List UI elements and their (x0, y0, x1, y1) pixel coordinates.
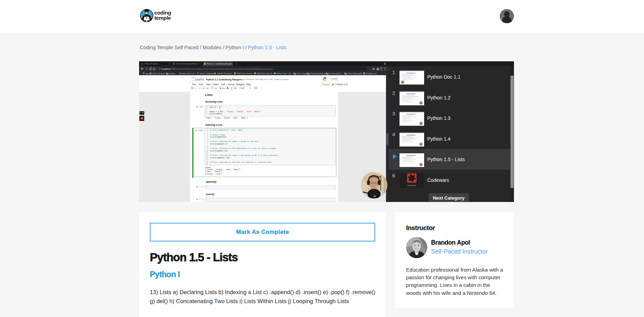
svg-text:Documents/selfpaced/Python/: Documents/selfpaced/Python/ (176, 63, 199, 65)
svg-text:w: w (141, 63, 143, 65)
svg-text:localhost: localhost (162, 68, 171, 70)
svg-text:Other Bookmarks: Other Bookmarks (348, 72, 362, 74)
svg-text:Python Functions: Python Functions (145, 63, 159, 65)
svg-text:Brandon Apol | Co...: Brandon Apol | Co... (179, 72, 196, 74)
svg-text:Reading List: Reading List (366, 72, 377, 74)
svg-text::8888/notebooks/Documents/codi: :8888/notebooks/Documents/coding-temple-… (171, 68, 273, 70)
svg-text:Jamz things: Jamz things (297, 72, 307, 74)
svg-text:Continued Ed: Continued Ed (329, 72, 341, 74)
svg-text:Widgets: Widgets (236, 83, 245, 86)
svg-text:Trusted: Trusted (323, 83, 329, 86)
svg-text:AWS User Accoun...: AWS User Accoun... (237, 72, 254, 74)
svg-text:Home | Codewars: Home | Codewars (200, 72, 215, 74)
svg-text:Coding: Coding (169, 72, 175, 74)
svg-text:Cell: Cell (221, 83, 225, 86)
svg-text:Python Tutor - Vis...: Python Tutor - Vis... (276, 72, 293, 74)
svg-text:⧉: ⧉ (207, 87, 209, 89)
svg-text:Run: Run (222, 87, 225, 89)
svg-text:✕: ✕ (230, 63, 232, 65)
svg-text:Code: Code (240, 87, 245, 89)
svg-text:jupyter: jupyter (195, 77, 204, 81)
svg-text:Python 1.1 CodeAlong Rangers: Python 1.1 CodeAlong Rangers (207, 63, 232, 65)
svg-text:✕: ✕ (169, 63, 170, 65)
svg-text:Kernel: Kernel (228, 83, 235, 86)
svg-text:Edit: Edit (199, 83, 203, 86)
svg-text:✕: ✕ (199, 63, 201, 65)
svg-text:+: + (235, 62, 237, 65)
svg-text:Last Checkpoint: Last Friday a: Last Checkpoint: Last Friday at 2:47 PM … (242, 78, 289, 80)
svg-text:Rock Climbing: Rock Climbing (153, 72, 165, 74)
svg-text:temple: temple (154, 15, 171, 21)
svg-text:[NEW] Ultimate A...: [NEW] Ultimate A... (217, 72, 233, 74)
svg-text:Apps: Apps (145, 72, 149, 74)
svg-text:Teaching Resources: Teaching Resources (310, 72, 327, 74)
svg-text:⧉: ⧉ (203, 87, 205, 89)
svg-text:View: View (206, 83, 211, 86)
svg-text:Help: Help (246, 83, 251, 86)
svg-text:| Python 3 O: | Python 3 O (335, 83, 347, 86)
svg-text:Logout: Logout (331, 78, 337, 80)
svg-text:codewars: codewars (407, 184, 417, 186)
svg-text:Python 1.1 CodeAlong Rangers: Python 1.1 CodeAlong Rangers (206, 78, 242, 81)
svg-text:AWS Root User Si...: AWS Root User Si... (257, 72, 274, 74)
svg-text:Insert: Insert (213, 83, 218, 86)
svg-text:+: + (195, 87, 197, 89)
svg-text:File: File (192, 83, 196, 86)
svg-text:✂: ✂ (199, 87, 201, 89)
